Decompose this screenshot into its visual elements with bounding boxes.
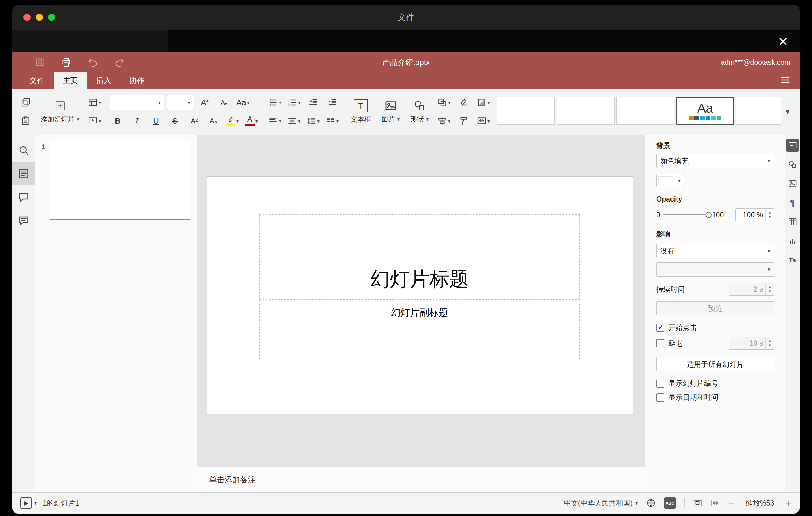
comments-icon[interactable] bbox=[12, 185, 35, 209]
zoom-in-button[interactable]: + bbox=[786, 498, 792, 508]
insert-columns-button[interactable]: ▾ bbox=[324, 113, 341, 129]
decrease-indent-button[interactable] bbox=[305, 95, 321, 110]
increase-indent-button[interactable] bbox=[324, 95, 341, 110]
document-language-button[interactable]: 中文(中华人民共和国) ▾ bbox=[564, 498, 638, 508]
delay-row[interactable]: 延迟 10 s ▴ ▾ bbox=[656, 337, 774, 350]
table-settings-icon[interactable] bbox=[786, 216, 799, 228]
slide-fill-button[interactable]: ▾ bbox=[475, 95, 492, 110]
theme-tile[interactable] bbox=[616, 97, 674, 125]
superscript-button[interactable]: A² bbox=[186, 113, 203, 129]
decrease-font-size-button[interactable]: A ▾ bbox=[216, 95, 232, 110]
numbering-button[interactable]: 12 ▾ bbox=[286, 95, 302, 110]
notes-area[interactable]: 单击添加备注 bbox=[198, 467, 645, 492]
opacity-spinner[interactable]: 100 % ▴ ▾ bbox=[735, 208, 774, 221]
font-name-select[interactable]: ▾ bbox=[110, 95, 165, 110]
bold-button[interactable]: B bbox=[110, 113, 126, 129]
change-case-button[interactable]: Aa ▾ bbox=[235, 95, 252, 110]
spinner-arrows[interactable]: ▴ ▾ bbox=[765, 209, 774, 221]
effect-detail-select[interactable]: ▾ bbox=[656, 262, 774, 277]
fill-color-picker[interactable]: ▾ bbox=[656, 174, 684, 187]
slide[interactable]: 幻灯片标题 幻灯片副标题 bbox=[207, 176, 633, 414]
theme-gallery-expand-button[interactable]: ▾ bbox=[781, 97, 795, 126]
close-icon[interactable]: × bbox=[778, 33, 788, 49]
increase-font-size-button[interactable]: A ▴ bbox=[197, 95, 213, 110]
tab-insert[interactable]: 插入 bbox=[87, 72, 120, 89]
close-window-button[interactable] bbox=[24, 14, 31, 21]
line-spacing-button[interactable]: ▾ bbox=[305, 113, 321, 129]
align-shapes-button[interactable]: ▾ bbox=[436, 113, 452, 129]
highlight-color-button[interactable]: ▾ bbox=[224, 113, 241, 129]
insert-shape-button[interactable]: 形状 ▾ bbox=[407, 93, 433, 131]
preview-button[interactable]: 预览 bbox=[656, 301, 774, 315]
background-fill-select[interactable]: 颜色填充 ▾ bbox=[656, 154, 774, 168]
start-slideshow-button[interactable]: ▾ bbox=[86, 113, 103, 129]
spinner-up-icon[interactable]: ▴ bbox=[769, 210, 771, 215]
show-date-time-checkbox[interactable] bbox=[656, 394, 664, 402]
duration-spinner[interactable]: 2 s ▴ ▾ bbox=[729, 283, 774, 296]
italic-button[interactable]: I bbox=[129, 113, 145, 129]
clear-style-eraser-icon[interactable] bbox=[455, 95, 472, 110]
start-slideshow-status-button[interactable]: ▶ bbox=[20, 497, 32, 509]
opacity-slider[interactable] bbox=[663, 214, 709, 216]
slide-thumbnail[interactable] bbox=[50, 140, 190, 220]
chevron-down-icon[interactable]: ▾ bbox=[34, 500, 37, 506]
spinner-up-icon[interactable]: ▴ bbox=[769, 285, 771, 289]
show-date-time-row[interactable]: 显示日期和时间 bbox=[656, 393, 774, 402]
slide-size-button[interactable]: ▾ bbox=[475, 113, 492, 129]
spinner-down-icon[interactable]: ▾ bbox=[769, 289, 771, 294]
spell-check-icon[interactable]: ABC bbox=[664, 497, 676, 509]
theme-tile[interactable] bbox=[556, 97, 614, 125]
fullscreen-window-button[interactable] bbox=[48, 14, 55, 21]
theme-tile[interactable] bbox=[497, 97, 555, 125]
spinner-up-icon[interactable]: ▴ bbox=[769, 339, 771, 343]
theme-tile-selected[interactable]: Aa bbox=[676, 97, 734, 125]
arrange-shapes-button[interactable]: ▾ bbox=[436, 95, 452, 110]
insert-textbox-button[interactable]: T 文本框 bbox=[347, 93, 375, 131]
add-slide-button[interactable]: 添加幻灯片 ▾ bbox=[37, 93, 83, 131]
bullets-button[interactable]: ▾ bbox=[266, 95, 283, 110]
font-color-button[interactable]: A ▾ bbox=[243, 113, 260, 129]
chat-feedback-icon[interactable] bbox=[12, 209, 35, 232]
subtitle-placeholder[interactable]: 幻灯片副标题 bbox=[259, 300, 580, 359]
show-slide-number-checkbox[interactable] bbox=[656, 380, 664, 388]
spinner-arrows[interactable]: ▴ ▾ bbox=[765, 337, 774, 349]
undo-icon[interactable] bbox=[87, 56, 99, 68]
spinner-down-icon[interactable]: ▾ bbox=[769, 343, 771, 348]
change-layout-button[interactable]: ▾ bbox=[86, 95, 103, 110]
subscript-button[interactable]: A₂ bbox=[205, 113, 222, 129]
print-icon[interactable] bbox=[60, 56, 72, 68]
effect-select[interactable]: 没有 ▾ bbox=[656, 244, 774, 258]
textart-settings-icon[interactable]: Ta bbox=[786, 254, 799, 266]
start-on-click-row[interactable]: 开始点击 bbox=[656, 323, 774, 333]
delay-spinner[interactable]: 10 s ▴ ▾ bbox=[729, 337, 774, 350]
paragraph-settings-icon[interactable]: ¶ bbox=[786, 197, 799, 209]
hamburger-menu-icon[interactable] bbox=[780, 75, 791, 87]
tab-file[interactable]: 文件 bbox=[20, 72, 54, 89]
title-placeholder[interactable]: 幻灯片标题 bbox=[259, 214, 580, 300]
fit-to-slide-icon[interactable] bbox=[693, 498, 702, 508]
tab-home[interactable]: 主页 bbox=[54, 72, 87, 89]
chart-settings-icon[interactable] bbox=[786, 235, 799, 247]
search-icon[interactable] bbox=[12, 139, 35, 162]
minimize-window-button[interactable] bbox=[36, 14, 43, 21]
tab-collaboration[interactable]: 协作 bbox=[120, 72, 154, 89]
copy-style-icon[interactable] bbox=[455, 113, 472, 129]
font-size-select[interactable]: ▾ bbox=[167, 95, 194, 110]
vertical-align-button[interactable]: ▾ bbox=[286, 113, 302, 129]
zoom-out-button[interactable]: − bbox=[728, 498, 734, 508]
slide-canvas[interactable]: 幻灯片标题 幻灯片副标题 bbox=[198, 135, 645, 467]
paste-icon[interactable] bbox=[17, 113, 34, 129]
copy-icon[interactable] bbox=[17, 95, 34, 110]
theme-tile[interactable] bbox=[736, 97, 781, 125]
underline-button[interactable]: U bbox=[148, 113, 165, 129]
slides-panel-icon[interactable] bbox=[12, 162, 35, 185]
horizontal-align-button[interactable]: ▾ bbox=[266, 113, 283, 129]
show-slide-number-row[interactable]: 显示幻灯片编号 bbox=[656, 379, 774, 388]
set-language-globe-icon[interactable] bbox=[646, 498, 656, 508]
strikeout-button[interactable]: S bbox=[167, 113, 183, 129]
apply-to-all-slides-button[interactable]: 适用于所有幻灯片 bbox=[656, 357, 774, 371]
opacity-slider-knob[interactable] bbox=[706, 212, 712, 218]
slide-settings-icon[interactable] bbox=[786, 139, 799, 151]
insert-image-button[interactable]: 图片 ▾ bbox=[378, 93, 404, 131]
fit-to-width-icon[interactable] bbox=[710, 498, 720, 508]
